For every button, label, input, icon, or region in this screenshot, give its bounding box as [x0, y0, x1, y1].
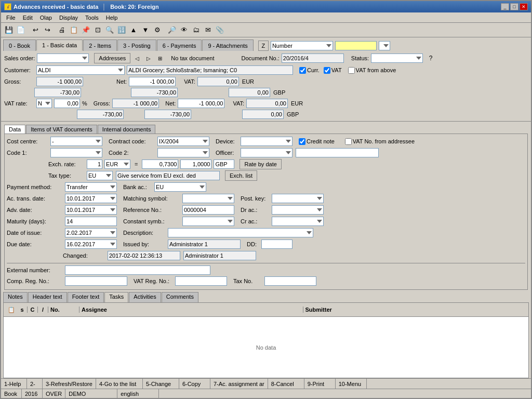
curr-checkbox[interactable]: [299, 67, 306, 74]
tb-undo[interactable]: ↩: [30, 24, 41, 36]
tb-print[interactable]: 🖨: [56, 24, 68, 36]
adv-date-select[interactable]: 10.01.2017: [65, 205, 117, 215]
net-eur-field[interactable]: [129, 77, 176, 86]
tb-email[interactable]: ✉: [202, 24, 214, 36]
vat-checkbox[interactable]: [324, 67, 330, 74]
tab-items[interactable]: 2 - Items: [83, 39, 117, 51]
bottom-tab-header[interactable]: Header text: [28, 292, 67, 302]
inner-tab-vat[interactable]: Items of VAT documents: [26, 125, 97, 134]
vat3-gbp-field[interactable]: [242, 110, 284, 119]
dd-field[interactable]: [261, 240, 292, 249]
vat-no-addressee-checkbox[interactable]: [345, 138, 352, 145]
exch-list-button[interactable]: Exch. list: [225, 170, 257, 181]
officer-select[interactable]: [241, 148, 292, 157]
tb-find2[interactable]: 👁: [178, 24, 190, 36]
status-2[interactable]: 2-: [27, 379, 43, 389]
bottom-tab-notes[interactable]: Notes: [3, 292, 28, 302]
code1-select[interactable]: [50, 148, 102, 157]
inner-tab-internal[interactable]: Internal documents: [98, 125, 156, 134]
vat-reg-field[interactable]: [175, 276, 227, 286]
status-go-to-list[interactable]: 4-Go to the list: [96, 379, 143, 389]
bottom-tab-activities[interactable]: Activities: [129, 292, 161, 302]
credit-note-checkbox[interactable]: [299, 138, 305, 145]
net2-eur-field[interactable]: [178, 99, 224, 108]
reference-no-field[interactable]: [182, 205, 234, 215]
payment-method-select[interactable]: Transfer: [65, 182, 117, 192]
gross2-gbp-field[interactable]: [77, 110, 124, 119]
number-extra-select[interactable]: [379, 41, 390, 50]
status-change[interactable]: 5-Change: [143, 379, 179, 389]
sales-order-select[interactable]: [37, 54, 89, 63]
tb-calc[interactable]: 🔢: [116, 24, 127, 36]
customer-desc-field[interactable]: [127, 65, 293, 75]
status-refresh[interactable]: 3-Refresh/Restore: [43, 379, 96, 389]
net2-gbp-field[interactable]: [144, 110, 191, 119]
menu-olap[interactable]: Olap: [37, 14, 55, 21]
tb-find[interactable]: 🔎: [166, 24, 178, 36]
maximize-button[interactable]: □: [510, 3, 518, 10]
tab-payments[interactable]: 6 - Payments: [157, 39, 202, 51]
device-select[interactable]: [241, 137, 292, 146]
minimize-button[interactable]: _: [501, 3, 509, 10]
changed-by-field[interactable]: [183, 251, 256, 260]
tab-basic-data[interactable]: 1 - Basic data: [36, 39, 83, 51]
date-of-issue-select[interactable]: 2.02.2017: [65, 228, 117, 237]
z-button[interactable]: Z: [258, 41, 269, 51]
addr-btn2[interactable]: ▷: [144, 54, 153, 63]
addr-btn3[interactable]: ⊞: [155, 54, 165, 63]
gross-gbp-field[interactable]: [34, 88, 81, 97]
status-menu[interactable]: 10-Menu: [336, 379, 367, 389]
status-copy[interactable]: 6-Copy: [179, 379, 210, 389]
tb-settings[interactable]: ⚙: [152, 24, 163, 36]
document-no-field[interactable]: [282, 54, 344, 63]
dr-ac-select[interactable]: [272, 205, 324, 215]
status-help[interactable]: ?: [425, 52, 436, 64]
status-ac-assign[interactable]: 7-Ac. assignment ar: [210, 379, 268, 389]
tb-copy[interactable]: 📋: [68, 24, 79, 36]
status-cancel[interactable]: 8-Cancel: [268, 379, 304, 389]
menu-edit[interactable]: Edit: [20, 14, 36, 21]
post-key-select[interactable]: [272, 194, 324, 203]
tb-new[interactable]: 📄: [15, 24, 26, 36]
vat-rate-pct-field[interactable]: [54, 99, 80, 108]
tb-filter[interactable]: ⊡: [92, 24, 103, 36]
tb-attach[interactable]: 📎: [214, 24, 225, 36]
bottom-tab-comments[interactable]: Comments: [162, 292, 198, 302]
contract-code-select[interactable]: IX/2004: [157, 137, 209, 146]
menu-tools[interactable]: Tools: [82, 14, 102, 21]
close-button[interactable]: ✕: [520, 3, 528, 10]
exch-rate-eur-select[interactable]: EUR: [104, 159, 130, 169]
tab-book[interactable]: 0 - Book: [3, 39, 36, 51]
comp-reg-field[interactable]: [65, 276, 127, 286]
customer-select[interactable]: ALDI: [36, 65, 125, 75]
code2-select[interactable]: [157, 148, 209, 157]
cost-centre-select[interactable]: -: [50, 137, 102, 146]
tax-type-select[interactable]: EU: [87, 171, 113, 180]
rate-by-date-button[interactable]: Rate by date: [240, 159, 281, 169]
cr-ac-select[interactable]: [272, 217, 324, 226]
inner-tab-data[interactable]: Data: [4, 125, 25, 134]
tb-up[interactable]: ▲: [128, 24, 139, 36]
status-select[interactable]: [371, 54, 423, 63]
tax-type-desc-field[interactable]: [116, 171, 220, 180]
tb-paste[interactable]: 📌: [80, 24, 91, 36]
number-field[interactable]: [335, 41, 377, 50]
changed-date-field[interactable]: [108, 251, 180, 260]
vat-gbp-field[interactable]: [229, 88, 270, 97]
menu-help[interactable]: Help: [103, 14, 121, 21]
vat-from-above-checkbox[interactable]: [348, 67, 355, 74]
status-help[interactable]: 1-Help: [1, 379, 27, 389]
tb-redo[interactable]: ↪: [42, 24, 53, 36]
gross-eur-field[interactable]: [36, 77, 83, 86]
gross2-eur-field[interactable]: [112, 99, 159, 108]
tb-down[interactable]: ▼: [140, 24, 151, 36]
exch-rate-val2-field[interactable]: [180, 159, 211, 169]
tb-search[interactable]: 🔍: [104, 24, 115, 36]
officer-field[interactable]: [296, 148, 379, 157]
addr-btn1[interactable]: ◁: [132, 54, 142, 63]
bottom-tab-footer[interactable]: Footer text: [68, 292, 104, 302]
exch-rate-1-field[interactable]: [87, 159, 102, 169]
description-select[interactable]: [168, 228, 313, 237]
menu-file[interactable]: File: [3, 14, 19, 21]
matching-symbol-select[interactable]: [182, 194, 234, 203]
